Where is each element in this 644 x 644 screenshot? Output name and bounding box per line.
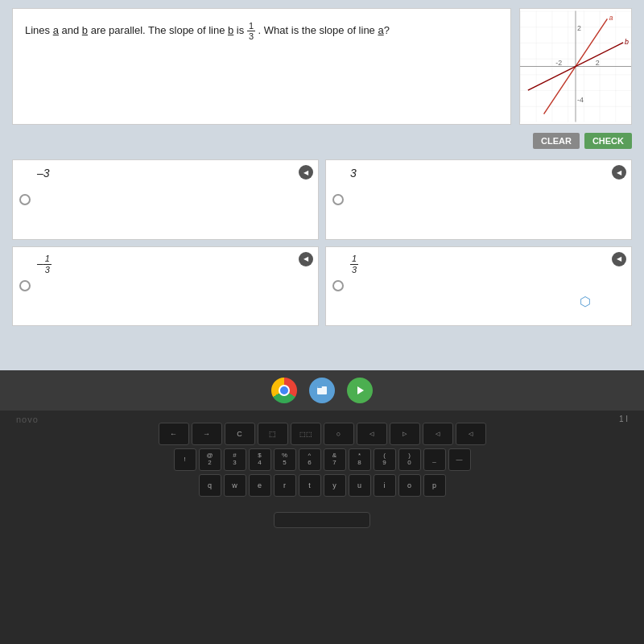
graph-svg: 2 -4 2 -2 a b [520,9,631,124]
option-c-radio[interactable] [19,280,31,291]
svg-text:2: 2 [596,59,600,67]
question-text: Lines a and b are parallel. The slope of… [25,24,390,36]
key-minus[interactable]: _ [423,448,446,471]
key-t[interactable]: t [299,474,321,497]
key-e[interactable]: e [249,474,271,497]
taskbar [0,370,644,411]
option-c-label: – 1 3 [37,254,52,275]
cursor-icon: ⬡ [580,294,591,309]
option-c-card[interactable]: – 1 3 [12,246,319,327]
trackpad-area [0,512,644,528]
svg-text:a: a [609,14,613,22]
keyboard-row-nav: ← → C ⬚ ⬚⬚ ○ ◁ ▷ ◁ ◁ [20,423,624,445]
brand-label: novo [16,415,39,424]
key-p[interactable]: p [423,474,446,497]
key-i[interactable]: i [374,474,396,497]
svg-text:-2: -2 [555,59,562,67]
key-3[interactable]: $4 [249,448,271,471]
option-a-radio[interactable] [19,194,31,205]
play-icon[interactable] [347,378,373,403]
check-button[interactable]: CHECK [584,133,632,149]
option-a-label: –3 [37,167,50,180]
svg-marker-14 [357,386,364,394]
option-b-card[interactable]: 3 [325,159,632,240]
files-icon-svg [315,383,329,398]
option-b-label: 3 [350,167,357,180]
key-1[interactable]: @2 [199,448,221,471]
option-a-play[interactable] [299,165,313,180]
option-d-label: 1 3 [350,254,358,275]
laptop-bottom: novo 1 I ← → C ⬚ ⬚⬚ ○ ◁ ▷ ◁ ◁ ! @2 #3 [0,411,644,644]
clear-button[interactable]: CLEAR [533,133,580,149]
key-back[interactable]: ← [159,423,189,445]
right-indicator: 1 I [619,415,628,423]
option-b-play[interactable] [612,165,626,180]
options-grid: –3 3 – 1 3 1 3 [0,153,644,338]
key-2[interactable]: #3 [224,448,246,471]
key-4[interactable]: %5 [274,448,296,471]
option-d-radio[interactable] [332,280,344,291]
key-refresh[interactable]: C [225,423,255,445]
option-a-card[interactable]: –3 [12,159,319,240]
key-7[interactable]: *8 [349,448,371,471]
key-mute[interactable]: ▷ [390,423,420,445]
key-u[interactable]: u [349,474,371,497]
keyboard-row-numbers: ! @2 #3 $4 %5 ^6 &7 *8 ( [20,448,624,471]
buttons-row: CLEAR CHECK [0,129,644,153]
key-q[interactable]: q [199,474,221,497]
svg-text:-4: -4 [577,96,584,104]
question-text-box: Lines a and b are parallel. The slope of… [12,8,511,125]
key-w[interactable]: w [224,474,246,497]
chrome-icon[interactable] [271,378,297,403]
slope-denominator: 3 [247,31,255,41]
key-brightness-down[interactable]: ○ [324,423,354,445]
key-y[interactable]: y [324,474,346,497]
keyboard-row-qwerty: q w e r t y u i o p [20,474,624,497]
graph-box: 2 -4 2 -2 a b [519,8,632,125]
option-d-numerator: 1 [350,254,358,265]
key-vol-up[interactable]: ◁ [456,423,486,445]
slope-numerator: 1 [247,21,255,31]
key-6[interactable]: &7 [324,448,346,471]
option-b-radio[interactable] [332,194,344,205]
option-d-play[interactable] [612,252,626,266]
svg-rect-13 [317,386,322,388]
key-9[interactable]: )0 [398,448,421,471]
key-r[interactable]: r [274,474,296,497]
key-8[interactable]: (9 [374,448,396,471]
play-icon-svg [353,384,366,397]
keyboard-area: ← → C ⬚ ⬚⬚ ○ ◁ ▷ ◁ ◁ ! @2 #3 $4 [0,411,644,508]
key-5[interactable]: ^6 [299,448,321,471]
files-icon[interactable] [309,378,335,403]
key-fullscreen[interactable]: ⬚ [258,423,288,445]
question-container: Lines a and b are parallel. The slope of… [0,0,644,129]
option-c-denominator: 3 [43,265,52,275]
svg-text:b: b [625,38,629,46]
key-backtick[interactable]: ! [174,448,196,471]
key-forward[interactable]: → [192,423,222,445]
svg-text:2: 2 [577,24,581,32]
trackpad[interactable] [274,512,370,528]
key-brightness-up[interactable]: ◁ [357,423,387,445]
option-c-play[interactable] [299,252,313,266]
option-d-denominator: 3 [350,265,358,275]
key-equals[interactable]: — [448,448,471,471]
option-d-card[interactable]: 1 3 ⬡ [325,246,632,327]
key-vol-down[interactable]: ◁ [423,423,453,445]
key-multiwindow[interactable]: ⬚⬚ [291,423,321,445]
screen: Lines a and b are parallel. The slope of… [0,0,644,370]
key-o[interactable]: o [398,474,421,497]
option-c-numerator: 1 [43,254,52,265]
